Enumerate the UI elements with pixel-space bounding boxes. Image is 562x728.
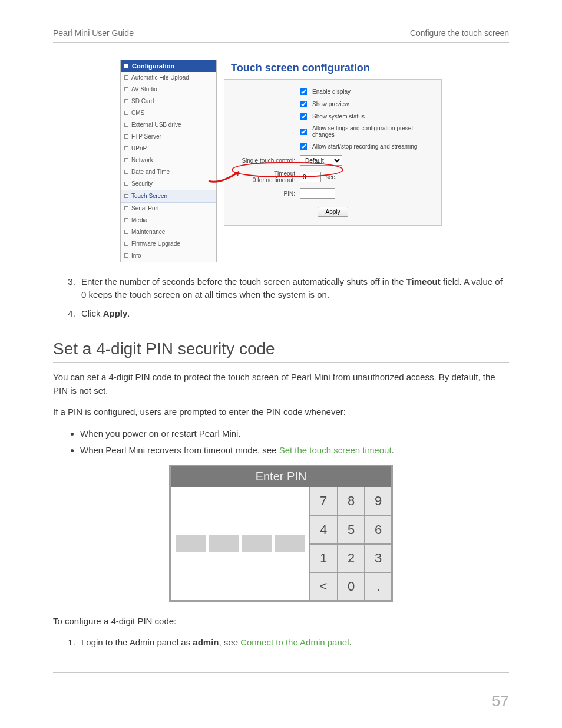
sidebar-item[interactable]: External USB drive (121, 119, 216, 131)
panel-checkbox-label: Allow start/stop recording and streaming (312, 143, 417, 150)
pin-entry-title: Enter PIN (171, 466, 391, 487)
sidebar-item[interactable]: AV Studio (121, 84, 216, 95)
sidebar-item[interactable]: SD Card (121, 95, 216, 107)
pin-key[interactable]: 7 (310, 487, 337, 515)
section-heading: Set a 4-digit PIN security code (53, 340, 509, 363)
sidebar-item[interactable]: Maintenance (121, 226, 216, 238)
paragraph-1: You can set a 4-digit PIN code to protec… (53, 371, 509, 397)
pin-slot (275, 535, 305, 552)
pin-slot (209, 535, 239, 552)
panel-checkbox[interactable] (300, 143, 308, 150)
panel-title: Touch screen configuration (231, 62, 442, 74)
panel-checkbox[interactable] (300, 88, 308, 95)
pin-label: PIN: (232, 190, 295, 197)
config-sidebar: Configuration Automatic File UploadAV St… (120, 60, 217, 262)
touchscreen-panel: Touch screen configuration Enable displa… (224, 60, 442, 262)
link-timeout[interactable]: Set the touch screen timeout (279, 445, 392, 455)
pin-key[interactable]: . (364, 572, 391, 600)
pin-slot (242, 535, 272, 552)
paragraph-2: If a PIN is configured, users are prompt… (53, 406, 509, 419)
sidebar-item[interactable]: Automatic File Upload (121, 72, 216, 84)
panel-checkbox-label: Enable display (312, 88, 351, 95)
pin-key[interactable]: 5 (337, 515, 364, 543)
timeout-label: Timeout 0 for no timeout: (232, 170, 295, 183)
pin-key[interactable]: 8 (337, 487, 364, 515)
bullet-1: When you power on or restart Pearl Mini. (80, 427, 509, 441)
sidebar-item[interactable]: Date and Time (121, 166, 216, 178)
pin-key[interactable]: 3 (364, 543, 391, 572)
sidebar-item[interactable]: Security (121, 178, 216, 190)
single-touch-select[interactable]: Default (300, 155, 342, 166)
pin-key[interactable]: 4 (310, 515, 337, 543)
pin-key[interactable]: 9 (364, 487, 391, 515)
pin-key[interactable]: 2 (337, 543, 364, 572)
panel-checkbox-label: Show system status (312, 113, 365, 120)
bullet-2: When Pearl Mini recovers from timeout mo… (80, 444, 509, 457)
timeout-suffix: sec. (326, 174, 336, 180)
pin-field[interactable] (300, 188, 335, 199)
pin-slot (176, 535, 206, 552)
sidebar-title: Configuration (132, 62, 174, 70)
footer-rule (53, 672, 509, 673)
pin-key[interactable]: < (310, 572, 337, 600)
sidebar-item[interactable]: Network (121, 154, 216, 166)
sidebar-header: Configuration (121, 60, 216, 72)
sidebar-item[interactable]: UPnP (121, 143, 216, 154)
apply-button[interactable]: Apply (318, 207, 348, 217)
square-icon (124, 64, 128, 68)
doc-title-right: Configure the touch screen (410, 28, 509, 38)
panel-checkbox[interactable] (300, 101, 308, 108)
sidebar-item[interactable]: CMS (121, 107, 216, 119)
link-admin-panel[interactable]: Connect to the Admin panel (240, 637, 349, 647)
sidebar-item[interactable]: FTP Server (121, 131, 216, 143)
timeout-field[interactable] (300, 172, 321, 182)
panel-checkbox-label: Allow settings and configuration preset … (312, 125, 434, 138)
step-4: Click Apply. (78, 307, 509, 320)
sidebar-item[interactable]: Touch Screen (121, 190, 216, 203)
pin-entry-figure: Enter PIN 789456123<0. (169, 465, 393, 602)
pin-key[interactable]: 1 (310, 543, 337, 572)
step-3: Enter the number of seconds before the t… (78, 275, 509, 301)
panel-checkbox-label: Show preview (312, 101, 349, 107)
panel-checkbox[interactable] (300, 113, 308, 120)
panel-checkbox[interactable] (300, 128, 308, 135)
paragraph-3: To configure a 4-digit PIN code: (53, 615, 509, 628)
screenshot-figure: Configuration Automatic File UploadAV St… (53, 60, 509, 262)
sidebar-item[interactable]: Serial Port (121, 203, 216, 215)
step-b1: Login to the Admin panel as admin, see C… (78, 636, 509, 649)
single-touch-label: Single touch control: (232, 157, 295, 164)
page-number: 57 (492, 692, 509, 710)
sidebar-item[interactable]: Media (121, 215, 216, 226)
doc-title-left: Pearl Mini User Guide (53, 28, 134, 38)
sidebar-item[interactable]: Firmware Upgrade (121, 238, 216, 250)
pin-key[interactable]: 0 (337, 572, 364, 600)
sidebar-item[interactable]: Info (121, 250, 216, 262)
pin-key[interactable]: 6 (364, 515, 391, 543)
